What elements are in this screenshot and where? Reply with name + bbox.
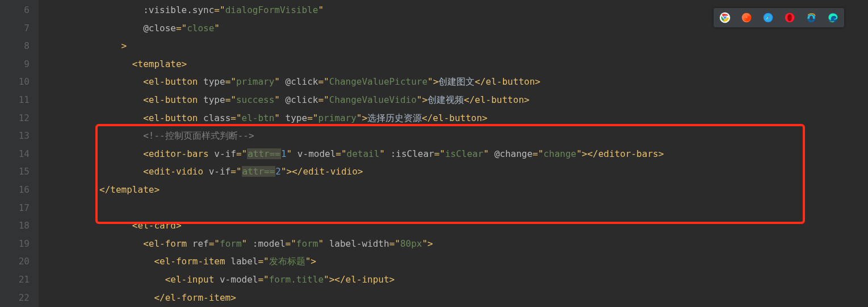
line-number: 8	[0, 37, 30, 55]
code-line[interactable]: <el-input v-model="form.title"></el-inpu…	[56, 271, 868, 289]
code-area[interactable]: :visible.sync="dialogFormVisible" @close…	[39, 0, 868, 307]
code-line[interactable]: </el-form-item>	[56, 289, 868, 307]
firefox-icon[interactable]	[741, 12, 752, 23]
line-number: 10	[0, 73, 30, 91]
line-number: 17	[0, 199, 30, 217]
code-line[interactable]	[56, 199, 868, 217]
line-number: 18	[0, 217, 30, 235]
line-number: 14	[0, 145, 30, 163]
line-number: 19	[0, 235, 30, 253]
code-line[interactable]: <el-button type="success" @click="Change…	[56, 91, 868, 109]
line-number: 16	[0, 181, 30, 199]
svg-point-10	[787, 14, 792, 22]
code-line[interactable]: <el-form ref="form" :model="form" label-…	[56, 235, 868, 253]
code-line[interactable]: <el-card>	[56, 217, 868, 235]
line-number: 21	[0, 271, 30, 289]
browser-preview-toolbar	[714, 8, 844, 27]
code-line[interactable]: </template>	[56, 181, 868, 199]
opera-icon[interactable]	[784, 12, 795, 23]
ie-icon[interactable]	[806, 12, 817, 23]
safari-icon[interactable]	[762, 12, 774, 23]
code-editor[interactable]: 678910111213141516171819202122 :visible.…	[0, 0, 868, 307]
line-number: 6	[0, 1, 30, 19]
line-number-gutter: 678910111213141516171819202122	[0, 0, 39, 307]
line-number: 7	[0, 19, 30, 38]
line-number: 11	[0, 91, 30, 109]
line-number: 20	[0, 252, 30, 271]
code-line[interactable]: <edit-vidio v-if="attr==2"></edit-vidio>	[56, 163, 868, 181]
line-number: 12	[0, 109, 30, 127]
code-line[interactable]: <template>	[56, 55, 868, 73]
code-line[interactable]: <el-button type="primary" @click="Change…	[56, 73, 868, 91]
code-line[interactable]: >	[56, 37, 868, 55]
code-line[interactable]: <el-button class="el-btn" type="primary"…	[56, 109, 868, 127]
svg-point-12	[810, 16, 813, 20]
line-number: 15	[0, 163, 30, 181]
line-number: 9	[0, 55, 30, 73]
chrome-icon[interactable]	[719, 12, 731, 23]
code-line[interactable]: <!--控制页面样式判断-->	[56, 127, 868, 145]
code-line[interactable]: <editor-bars v-if="attr==1" v-model="det…	[56, 145, 868, 163]
line-number: 22	[0, 289, 30, 307]
code-line[interactable]: <el-form-item label="发布标题">	[56, 252, 868, 271]
edge-icon[interactable]	[827, 12, 838, 23]
line-number: 13	[0, 127, 30, 145]
